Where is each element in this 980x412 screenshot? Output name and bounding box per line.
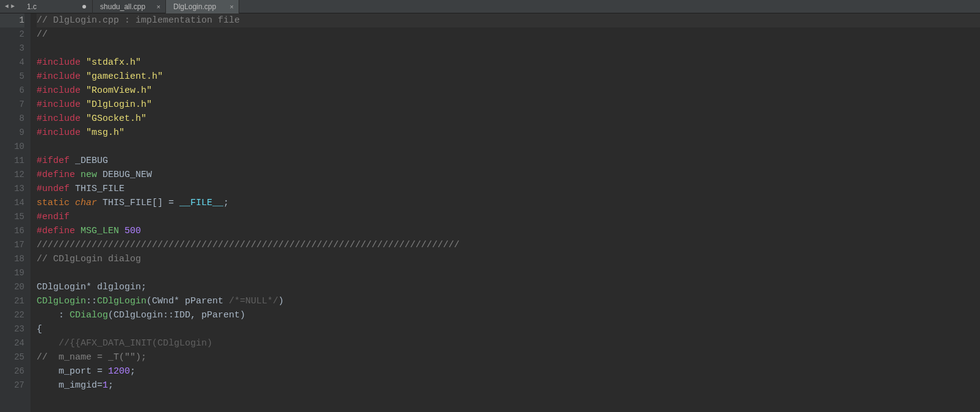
code-token [81,114,86,124]
code-area[interactable]: // DlgLogin.cpp : implementation file// … [31,13,980,412]
code-line[interactable]: m_imgid=1; [37,378,980,392]
code-token: #define [37,226,75,236]
code-token [75,170,81,180]
code-line[interactable]: // CDlgLogin dialog [37,252,980,266]
code-line[interactable]: // m_name = _T(""); [37,350,980,364]
code-token: CDlgLogin [37,296,86,306]
code-line[interactable]: #include "GSocket.h" [37,112,980,126]
line-number: 8 [0,112,24,126]
code-token [81,57,86,68]
tab-1-c[interactable]: 1.c [20,0,93,13]
code-token: /*=NULL*/ [229,296,278,306]
code-line[interactable]: #ifdef _DEBUG [37,154,980,168]
code-line[interactable]: #include "stdafx.h" [37,56,980,70]
tab-DlgLogin-cpp[interactable]: DlgLogin.cpp× [166,0,239,13]
code-token: #include [37,114,81,124]
code-line[interactable]: #include "DlgLogin.h" [37,98,980,112]
code-token [75,226,81,236]
code-token: #include [37,99,81,110]
code-line[interactable]: #include "gameclient.h" [37,70,980,84]
code-line[interactable]: m_port = 1200; [37,364,980,378]
line-number: 25 [0,350,24,364]
code-token: ) [278,296,284,306]
tab-shudu_all-cpp[interactable]: shudu_all.cpp× [93,0,166,13]
code-line[interactable]: #endif [37,210,980,224]
line-number: 2 [0,27,24,42]
tab-label: DlgLogin.cpp [173,2,216,11]
code-token: static [37,198,70,208]
line-number: 7 [0,98,24,112]
code-token: ////////////////////////////////////////… [37,240,459,250]
line-number: 4 [0,56,24,70]
code-line[interactable] [37,266,980,280]
code-token: "DlgLogin.h" [86,99,152,110]
code-token: { [37,324,42,334]
line-number: 27 [0,378,24,392]
line-number: 14 [0,196,24,210]
code-token [37,338,59,349]
code-token: m_port = [37,366,108,377]
code-line[interactable]: // DlgLogin.cpp : implementation file [37,13,980,27]
close-icon[interactable]: × [157,3,160,10]
code-token: 500 [124,226,141,236]
code-line[interactable]: ////////////////////////////////////////… [37,238,980,252]
code-token: #include [37,57,81,68]
code-token: #include [37,71,81,82]
code-line[interactable] [37,42,980,56]
code-token: (CDlgLogin::IDD, pParent) [108,310,245,320]
line-number: 6 [0,84,24,98]
code-line[interactable] [37,140,980,154]
line-number: 22 [0,308,24,322]
code-token [70,198,75,208]
code-line[interactable]: : CDialog(CDlgLogin::IDD, pParent) [37,308,980,322]
code-line[interactable]: #include "RoomView.h" [37,84,980,98]
code-token: #include [37,128,81,138]
code-editor[interactable]: 1234567891011121314151617181920212223242… [0,13,980,412]
line-number: 16 [0,224,24,238]
line-number: 19 [0,266,24,280]
code-token: 1 [103,380,108,391]
line-number: 3 [0,42,24,56]
code-token: "gameclient.h" [86,71,163,82]
code-line[interactable]: { [37,322,980,336]
code-token: _DEBUG [75,156,108,166]
close-icon[interactable]: × [230,3,234,10]
code-line[interactable]: // [37,27,980,42]
line-number: 11 [0,154,24,168]
code-token: // [37,29,48,40]
code-line[interactable]: //{{AFX_DATA_INIT(CDlgLogin) [37,336,980,350]
code-token: ; [223,198,229,208]
code-line[interactable]: #undef THIS_FILE [37,182,980,196]
code-line[interactable]: CDlgLogin* dlglogin; [37,280,980,294]
nav-back-icon[interactable]: ◄ [4,3,10,10]
code-token: THIS_FILE [75,184,124,194]
line-number: 5 [0,70,24,84]
code-token: m_imgid= [37,380,103,391]
line-number: 12 [0,168,24,182]
code-token: #define [37,170,75,180]
line-number: 21 [0,294,24,308]
code-token: char [75,198,97,208]
code-token: //{{AFX_DATA_INIT(CDlgLogin) [59,338,212,349]
line-number: 15 [0,210,24,224]
line-number: 10 [0,140,24,154]
code-token [81,71,86,82]
code-token [70,156,75,166]
code-token: CDlgLogin* dlglogin; [37,282,146,292]
code-token: CDlgLogin [97,296,146,306]
nav-forward-icon[interactable]: ► [10,3,16,10]
code-token: : [37,310,70,320]
code-line[interactable]: #define MSG_LEN 500 [37,224,980,238]
code-token [97,198,103,208]
code-token: :: [86,296,97,306]
code-line[interactable]: #include "msg.h" [37,126,980,140]
code-token: THIS_FILE[] = [103,198,179,208]
code-token: DEBUG_NEW [103,170,152,180]
line-number: 23 [0,322,24,336]
code-line[interactable]: static char THIS_FILE[] = __FILE__; [37,196,980,210]
code-token [81,128,86,138]
code-line[interactable]: CDlgLogin::CDlgLogin(CWnd* pParent /*=NU… [37,294,980,308]
code-token: // m_name = _T(""); [37,352,146,363]
code-line[interactable]: #define new DEBUG_NEW [37,168,980,182]
modified-dot-icon [82,5,86,9]
